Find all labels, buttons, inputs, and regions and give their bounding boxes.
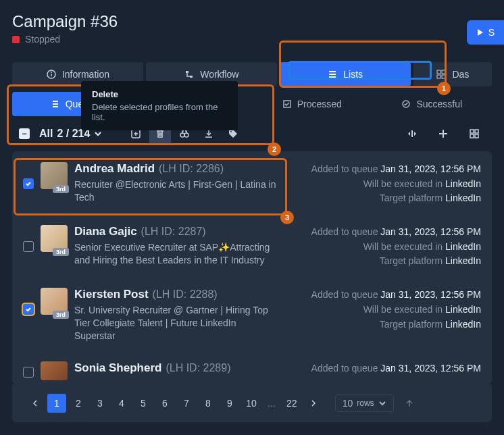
svg-rect-9 <box>442 70 445 74</box>
add-button[interactable] <box>432 123 454 145</box>
row-checkbox[interactable] <box>23 304 34 315</box>
next-page-button[interactable] <box>304 394 323 413</box>
svg-rect-3 <box>186 71 188 73</box>
play-icon <box>476 28 484 36</box>
lh-id: (LH ID: 2286) <box>159 163 224 175</box>
avatar: 3rd <box>41 225 68 252</box>
subtab-processed[interactable]: Processed <box>252 92 372 116</box>
page-title: Campaign #36 <box>12 12 492 31</box>
page-button[interactable]: 5 <box>134 394 153 413</box>
profile-name: Andrea Madrid <box>74 162 155 176</box>
pagination: 1 2 3 4 5 6 7 8 9 10 ... 22 10 rows <box>12 384 492 422</box>
svg-rect-4 <box>190 76 193 78</box>
select-all-checkbox[interactable]: − <box>19 128 30 139</box>
svg-point-20 <box>230 131 232 132</box>
page-button[interactable]: 22 <box>282 394 301 413</box>
subtab-successful[interactable]: Successful <box>372 92 493 116</box>
workflow-icon <box>184 69 195 80</box>
svg-rect-21 <box>470 130 474 133</box>
degree-badge: 3rd <box>53 311 69 319</box>
row-checkbox[interactable] <box>23 178 34 189</box>
profile-bio: Recruiter @Electronic Arts | First-Gen |… <box>74 178 277 204</box>
page-button[interactable]: 10 <box>242 394 261 413</box>
page-ellipsis: ... <box>263 398 280 409</box>
tab-dashboard[interactable]: Das <box>413 62 492 86</box>
page-button[interactable]: 1 <box>47 394 66 413</box>
annotation-marker-1: 1 <box>437 82 451 95</box>
annotation-marker-3: 3 <box>280 211 294 224</box>
page-button[interactable]: 4 <box>112 394 131 413</box>
avatar: 3rd <box>41 162 68 189</box>
svg-point-1 <box>51 72 52 73</box>
lists-icon <box>327 69 338 80</box>
svg-rect-14 <box>53 106 58 107</box>
chevron-down-icon <box>94 130 102 138</box>
list-toolbar: − All 2 / 214 <box>0 116 504 151</box>
profile-bio: Sr. University Recruiter @ Gartner | Hir… <box>74 304 277 342</box>
top-action-button[interactable]: S <box>467 20 504 45</box>
svg-point-19 <box>184 133 188 137</box>
scroll-top-button[interactable] <box>405 399 414 408</box>
svg-rect-7 <box>329 76 336 78</box>
svg-rect-5 <box>329 71 336 72</box>
page-button[interactable]: 7 <box>177 394 196 413</box>
status-indicator <box>12 36 20 43</box>
columns-button[interactable] <box>401 123 423 145</box>
delete-tooltip: Delete Delete selected profiles from the… <box>81 81 238 130</box>
avatar <box>41 361 68 380</box>
lh-id: (LH ID: 2289) <box>166 362 230 374</box>
degree-badge: 3rd <box>53 185 69 193</box>
row-meta: Added to queue Jan 31, 2023, 12:56 PM <box>309 361 481 380</box>
main-tabs: Information Workflow Lists Das <box>0 62 504 86</box>
status-label: Stopped <box>25 34 60 45</box>
svg-rect-13 <box>53 103 58 105</box>
page-button[interactable]: 8 <box>199 394 218 413</box>
list-item[interactable]: 3rd Kiersten Post(LH ID: 2288) Sr. Unive… <box>12 278 492 352</box>
list-item[interactable]: Sonia Shepherd(LH ID: 2289) Added to que… <box>12 352 492 383</box>
processed-icon <box>282 99 292 109</box>
row-meta: Added to queue Jan 31, 2023, 12:56 PM Wi… <box>309 162 481 206</box>
queue-icon <box>51 99 60 109</box>
svg-rect-8 <box>437 70 440 74</box>
page-button[interactable]: 9 <box>220 394 239 413</box>
svg-rect-6 <box>329 74 336 75</box>
lh-id: (LH ID: 2288) <box>153 288 218 301</box>
row-meta: Added to queue Jan 31, 2023, 12:56 PM Wi… <box>309 225 481 269</box>
grid-view-button[interactable] <box>463 123 485 145</box>
sub-tabs: Queue Processing Processed Successful <box>0 92 504 116</box>
svg-rect-23 <box>470 134 474 138</box>
tab-lists[interactable]: Lists <box>280 62 411 86</box>
dashboard-icon <box>436 69 447 80</box>
lh-id: (LH ID: 2287) <box>141 226 206 238</box>
list-item[interactable]: 3rd Diana Gajic(LH ID: 2287) Senior Exec… <box>12 215 492 278</box>
svg-point-18 <box>180 133 184 137</box>
annotation-marker-2: 2 <box>268 143 281 156</box>
svg-rect-22 <box>475 130 478 133</box>
svg-rect-24 <box>475 134 478 138</box>
profile-name: Kiersten Post <box>74 288 149 301</box>
svg-rect-10 <box>437 75 440 78</box>
profile-name: Sonia Shepherd <box>74 361 161 375</box>
profile-bio: Senior Executive Recruiter at SAP✨Attrac… <box>74 241 277 267</box>
svg-rect-2 <box>51 74 51 76</box>
svg-rect-12 <box>53 101 58 102</box>
tooltip-title: Delete <box>92 89 227 99</box>
list-item[interactable]: 3rd Andrea Madrid(LH ID: 2286) Recruiter… <box>12 153 492 215</box>
prev-page-button[interactable] <box>26 394 45 413</box>
avatar: 3rd <box>41 288 68 315</box>
row-checkbox[interactable] <box>23 241 34 252</box>
page-button[interactable]: 3 <box>91 394 109 413</box>
row-meta: Added to queue Jan 31, 2023, 12:56 PM Wi… <box>309 288 481 342</box>
profile-name: Diana Gajic <box>74 225 137 238</box>
page-button[interactable]: 6 <box>155 394 174 413</box>
row-checkbox[interactable] <box>23 367 34 378</box>
successful-icon <box>401 99 411 109</box>
info-icon <box>46 69 57 80</box>
rows-per-page-select[interactable]: 10 rows <box>335 394 394 412</box>
degree-badge: 3rd <box>53 248 69 256</box>
page-button[interactable]: 2 <box>69 394 88 413</box>
svg-rect-11 <box>442 75 445 78</box>
chevron-down-icon <box>378 399 386 407</box>
tooltip-body: Delete selected profiles from the list. <box>92 102 227 122</box>
